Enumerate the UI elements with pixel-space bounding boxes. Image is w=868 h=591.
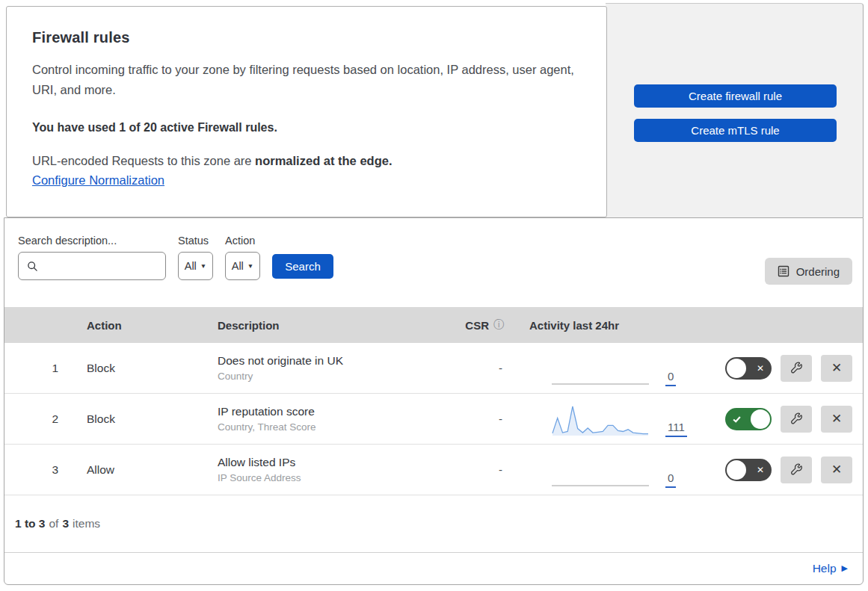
create-mtls-rule-button[interactable]: Create mTLS rule <box>634 119 837 142</box>
rule-description: Allow listed IPs <box>218 456 457 469</box>
ordering-button[interactable]: Ordering <box>765 258 852 285</box>
action-select-value: All <box>232 260 244 272</box>
wrench-icon <box>790 463 803 476</box>
activity-count-link[interactable]: 111 <box>665 421 687 437</box>
search-input[interactable] <box>44 253 165 279</box>
normalization-bold: normalized at the edge. <box>255 154 392 167</box>
rules-table: Action Description CSR ⓘ Activity last 2… <box>4 307 863 495</box>
filter-bar: Search description... Status <box>4 218 863 307</box>
configure-normalization-link[interactable]: Configure Normalization <box>32 173 164 187</box>
actions-panel: Create firewall rule Create mTLS rule <box>606 3 864 217</box>
x-icon: ✕ <box>757 465 764 474</box>
column-header-csr: CSR <box>465 319 489 332</box>
edit-rule-button[interactable] <box>781 457 812 483</box>
activity-sparkline <box>552 455 649 488</box>
search-box[interactable] <box>18 252 166 280</box>
table-header-row: Action Description CSR ⓘ Activity last 2… <box>4 307 863 343</box>
page-title: Firewall rules <box>32 29 581 46</box>
info-icon[interactable]: ⓘ <box>493 318 504 332</box>
normalization-prefix: URL-encoded Requests to this zone are <box>32 154 252 167</box>
close-icon: ✕ <box>831 463 842 476</box>
search-label: Search description... <box>18 235 166 247</box>
items-total: 3 <box>62 517 69 530</box>
overview-description: Control incoming traffic to your zone by… <box>32 60 581 100</box>
close-icon: ✕ <box>831 412 842 425</box>
column-header-description: Description <box>218 319 457 332</box>
delete-rule-button[interactable]: ✕ <box>821 457 852 483</box>
toggle-knob <box>727 460 746 480</box>
help-arrow-icon: ▶ <box>842 564 848 572</box>
rule-enabled-toggle[interactable]: ✕ <box>725 459 772 481</box>
rule-priority: 3 <box>4 463 87 477</box>
rules-panel: Search description... Status <box>4 217 864 585</box>
activity-count-link[interactable]: 0 <box>665 472 676 488</box>
status-select-value: All <box>185 260 197 272</box>
rule-csr-value: - <box>457 362 513 374</box>
ordering-button-label: Ordering <box>796 265 840 278</box>
x-icon: ✕ <box>757 364 764 373</box>
edit-rule-button[interactable] <box>781 406 812 433</box>
status-select[interactable]: All ▼ <box>178 252 213 280</box>
usage-notice: You have used 1 of 20 active Firewall ru… <box>32 121 581 134</box>
rule-description: IP reputation score <box>218 405 457 418</box>
rule-csr-value: - <box>457 412 513 425</box>
table-row: 2 Block IP reputation score Country, Thr… <box>4 394 863 445</box>
delete-rule-button[interactable]: ✕ <box>821 406 852 433</box>
normalization-notice: URL-encoded Requests to this zone are no… <box>32 154 581 168</box>
pagination-footer: 1 to 3 of 3 items <box>4 495 863 552</box>
close-icon: ✕ <box>831 362 842 374</box>
overview-section: Create firewall rule Create mTLS rule Fi… <box>0 0 868 217</box>
chevron-down-icon: ▼ <box>200 263 206 270</box>
delete-rule-button[interactable]: ✕ <box>821 355 852 382</box>
column-header-activity: Activity last 24hr <box>513 319 704 332</box>
rule-match-fields: IP Source Address <box>218 472 457 483</box>
firewall-overview-card: Firewall rules Control incoming traffic … <box>6 6 607 217</box>
check-icon <box>732 414 742 424</box>
rule-priority: 2 <box>4 412 87 426</box>
edit-rule-button[interactable] <box>781 355 812 382</box>
items-range: 1 to 3 <box>15 517 45 530</box>
items-word: items <box>73 517 100 530</box>
rule-action: Block <box>87 412 218 426</box>
rule-match-fields: Country, Threat Score <box>218 421 457 433</box>
activity-count-link[interactable]: 0 <box>665 371 676 386</box>
column-header-action: Action <box>87 319 218 332</box>
help-link-label: Help <box>813 562 837 575</box>
rule-action: Block <box>87 362 218 375</box>
toggle-knob <box>727 359 746 378</box>
toggle-knob <box>751 409 770 429</box>
rule-enabled-toggle[interactable]: ✕ <box>725 357 772 380</box>
of-word: of <box>49 517 58 530</box>
chevron-down-icon: ▼ <box>247 263 253 270</box>
ordering-icon <box>778 265 789 277</box>
firewall-rules-page: Create firewall rule Create mTLS rule Fi… <box>0 0 868 591</box>
rule-action: Allow <box>87 463 218 477</box>
action-label: Action <box>225 235 260 247</box>
search-icon <box>27 261 38 272</box>
rule-priority: 1 <box>4 362 87 375</box>
rule-match-fields: Country <box>218 371 457 382</box>
wrench-icon <box>790 412 803 425</box>
action-select[interactable]: All ▼ <box>225 252 260 280</box>
table-row: 3 Allow Allow listed IPs IP Source Addre… <box>4 445 863 495</box>
activity-sparkline <box>552 353 649 386</box>
table-row: 1 Block Does not originate in UK Country… <box>4 343 863 394</box>
help-bar: Help ▶ <box>4 552 863 584</box>
status-label: Status <box>178 235 213 247</box>
search-button[interactable]: Search <box>272 254 333 279</box>
wrench-icon <box>790 362 803 374</box>
rule-description: Does not originate in UK <box>218 354 457 368</box>
rule-enabled-toggle[interactable]: ✕ <box>725 408 772 430</box>
activity-sparkline <box>552 404 649 437</box>
create-firewall-rule-button[interactable]: Create firewall rule <box>634 84 837 108</box>
rule-csr-value: - <box>457 463 513 476</box>
help-link[interactable]: Help ▶ <box>813 562 848 575</box>
